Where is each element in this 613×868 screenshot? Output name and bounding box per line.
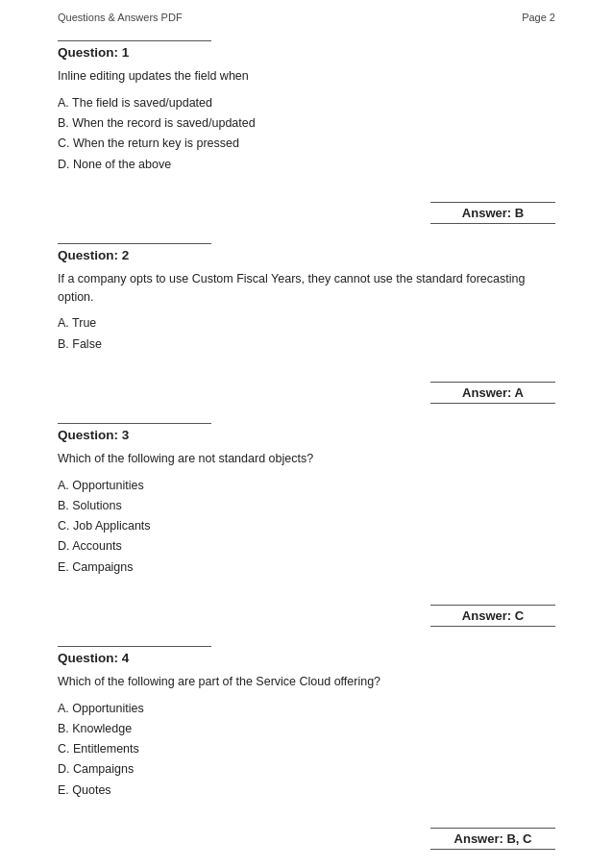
option-3-3: C. Job Applicants: [58, 516, 555, 536]
option-1-2: B. When the record is saved/updated: [58, 113, 555, 134]
option-1-3: C. When the return key is pressed: [58, 134, 555, 154]
option-4-3: C. Entitlements: [58, 739, 555, 759]
answer-container-4: Answer: B, C: [58, 828, 555, 850]
question-block-2: Question: 2If a company opts to use Cust…: [58, 243, 555, 355]
answer-box-2: Answer: A: [430, 382, 555, 404]
main-content: Question: 1Inline editing updates the fi…: [0, 31, 613, 868]
header-right: Page 2: [522, 12, 555, 23]
question-options-4: A. OpportunitiesB. KnowledgeC. Entitleme…: [58, 699, 555, 801]
option-1-1: A. The field is saved/updated: [58, 93, 555, 113]
answer-box-1: Answer: B: [430, 202, 555, 224]
question-block-3: Question: 3Which of the following are no…: [58, 423, 555, 578]
option-4-1: A. Opportunities: [58, 699, 555, 719]
question-block-4: Question: 4Which of the following are pa…: [58, 646, 555, 801]
question-text-4: Which of the following are part of the S…: [58, 673, 555, 691]
option-3-2: B. Solutions: [58, 496, 555, 516]
option-3-1: A. Opportunities: [58, 476, 555, 496]
question-title-divider-1: [58, 40, 211, 41]
option-4-2: B. Knowledge: [58, 719, 555, 739]
answer-box-4: Answer: B, C: [430, 828, 555, 850]
option-3-5: E. Campaigns: [58, 558, 555, 578]
option-2-2: B. False: [58, 335, 555, 355]
question-text-3: Which of the following are not standard …: [58, 450, 555, 468]
question-title-3: Question: 3: [58, 428, 555, 442]
question-title-divider-2: [58, 243, 211, 244]
answer-container-1: Answer: B: [58, 202, 555, 224]
answer-container-3: Answer: C: [58, 605, 555, 627]
question-title-1: Question: 1: [58, 45, 555, 60]
question-title-4: Question: 4: [58, 651, 555, 665]
option-4-4: D. Campaigns: [58, 759, 555, 780]
question-options-3: A. OpportunitiesB. SolutionsC. Job Appli…: [58, 476, 555, 578]
question-title-divider-3: [58, 423, 211, 424]
answer-container-2: Answer: A: [58, 382, 555, 404]
option-2-1: A. True: [58, 313, 555, 334]
question-title-2: Question: 2: [58, 248, 555, 262]
question-options-1: A. The field is saved/updatedB. When the…: [58, 93, 555, 175]
option-3-4: D. Accounts: [58, 536, 555, 557]
page-header: Questions & Answers PDF Page 2: [0, 0, 613, 31]
option-4-5: E. Quotes: [58, 781, 555, 801]
option-1-4: D. None of the above: [58, 155, 555, 175]
question-text-1: Inline editing updates the field when: [58, 67, 555, 86]
question-text-2: If a company opts to use Custom Fiscal Y…: [58, 270, 555, 307]
question-block-1: Question: 1Inline editing updates the fi…: [58, 40, 555, 175]
header-left: Questions & Answers PDF: [58, 12, 183, 23]
answer-box-3: Answer: C: [430, 605, 555, 627]
question-title-divider-4: [58, 646, 211, 647]
question-options-2: A. TrueB. False: [58, 313, 555, 355]
